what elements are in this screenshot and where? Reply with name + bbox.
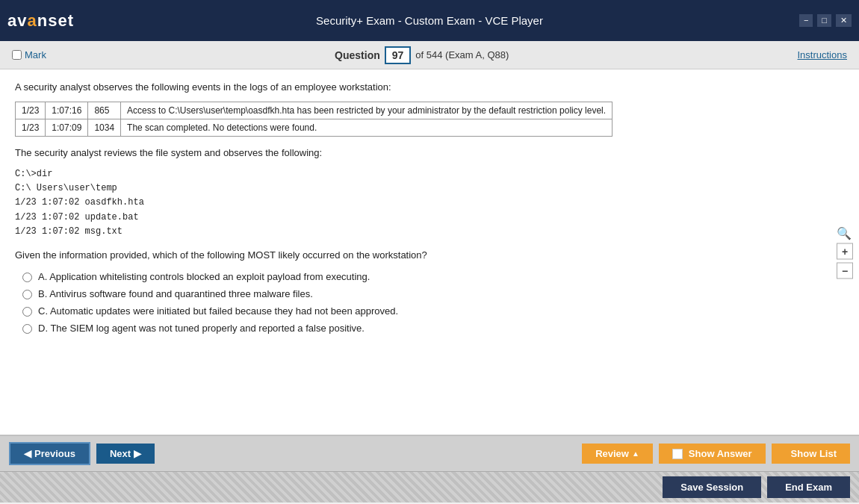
- close-button[interactable]: ✕: [836, 14, 852, 27]
- review-label: Review: [595, 448, 629, 459]
- titlebar: avanset Security+ Exam - Custom Exam - V…: [0, 0, 859, 41]
- code-line: 1/23 1:07:02 msg.txt: [15, 225, 844, 239]
- answer-radio-C[interactable]: [22, 307, 32, 317]
- log-cell-message: The scan completed. No detections were f…: [121, 119, 613, 137]
- question-info: of 544 (Exam A, Q88): [415, 49, 509, 60]
- code-line: C:\ Users\user\temp: [15, 181, 844, 196]
- answer-label: D. The SIEM log agent was not tuned prop…: [38, 323, 365, 334]
- log-cell-time: 1:07:16: [46, 102, 88, 119]
- answer-radio-A[interactable]: [22, 273, 32, 282]
- logo-text: avanset: [7, 11, 74, 31]
- mark-label: Mark: [25, 49, 46, 60]
- main-question: Given the information provided, which of…: [15, 249, 844, 261]
- log-cell-code: 865: [88, 102, 121, 119]
- answer-option: D. The SIEM log agent was not tuned prop…: [22, 323, 844, 334]
- answer-label: B. Antivirus software found and quaranti…: [38, 288, 313, 299]
- answer-option: B. Antivirus software found and quaranti…: [22, 288, 844, 299]
- sidebar-controls[interactable]: 🔍 + −: [837, 225, 853, 279]
- bottom-nav: ◀ Previous Next ▶ Review ▲ Show Answer S…: [0, 435, 859, 471]
- main-content: A security analyst observes the followin…: [0, 69, 859, 435]
- zoom-in-button[interactable]: +: [837, 243, 853, 259]
- table-row: 1/231:07:091034The scan completed. No de…: [16, 119, 613, 137]
- code-line: 1/23 1:07:02 oasdfkh.hta: [15, 196, 844, 210]
- answer-radio-D[interactable]: [22, 324, 32, 334]
- code-block: C:\>dirC:\ Users\user\temp1/23 1:07:02 o…: [15, 167, 844, 239]
- logo-highlight: a: [27, 11, 37, 30]
- question-intro: A security analyst observes the followin…: [15, 81, 844, 93]
- answer-options: A. Application whitelisting controls blo…: [15, 271, 844, 334]
- prev-arrow-icon: ◀: [24, 448, 31, 459]
- search-icon[interactable]: 🔍: [837, 225, 853, 240]
- question-number: 97: [385, 46, 412, 64]
- question-number-section: Question 97 of 544 (Exam A, Q88): [335, 46, 509, 64]
- question-label: Question: [335, 49, 380, 61]
- minimize-button[interactable]: −: [799, 14, 813, 27]
- log-cell-time: 1:07:09: [46, 119, 88, 137]
- mark-checkbox-input[interactable]: [12, 50, 22, 60]
- save-session-button[interactable]: Save Session: [663, 476, 761, 498]
- log-cell-date: 1/23: [16, 102, 46, 119]
- log-cell-date: 1/23: [16, 119, 46, 137]
- instructions-link[interactable]: Instructions: [798, 49, 847, 60]
- show-list-button[interactable]: Show List: [772, 444, 850, 464]
- bottom-bar: Save Session End Exam: [0, 471, 859, 503]
- review-arrow-icon: ▲: [632, 449, 639, 458]
- review-button[interactable]: Review ▲: [582, 444, 653, 464]
- next-arrow-icon: ▶: [134, 448, 141, 459]
- show-answer-label: Show Answer: [689, 448, 752, 459]
- answer-label: C. Automatic updates were initiated but …: [38, 305, 398, 317]
- previous-button[interactable]: ◀ Previous: [9, 442, 90, 465]
- table-row: 1/231:07:16865Access to C:\Users\user\te…: [16, 102, 613, 119]
- answer-option: C. Automatic updates were initiated but …: [22, 305, 844, 317]
- log-table: 1/231:07:16865Access to C:\Users\user\te…: [15, 102, 613, 137]
- window-title: Security+ Exam - Custom Exam - VCE Playe…: [316, 14, 543, 27]
- logo: avanset: [7, 11, 74, 31]
- next-button[interactable]: Next ▶: [96, 444, 155, 464]
- file-system-intro: The security analyst reviews the file sy…: [15, 147, 844, 158]
- instructions-section[interactable]: Instructions: [798, 49, 847, 60]
- answer-checkbox-icon: [672, 449, 683, 459]
- code-line: 1/23 1:07:02 update.bat: [15, 211, 844, 225]
- answer-radio-B[interactable]: [22, 290, 32, 299]
- answer-option: A. Application whitelisting controls blo…: [22, 271, 844, 282]
- mark-section: Mark: [12, 49, 46, 60]
- end-exam-button[interactable]: End Exam: [767, 476, 850, 498]
- show-answer-button[interactable]: Show Answer: [659, 444, 766, 464]
- code-line: C:\>dir: [15, 167, 844, 181]
- next-label: Next: [110, 448, 131, 459]
- previous-label: Previous: [34, 448, 75, 459]
- zoom-out-button[interactable]: −: [837, 262, 853, 279]
- window-controls[interactable]: − □ ✕: [799, 14, 852, 27]
- log-cell-message: Access to C:\Users\user\temp\oasdfkh.hta…: [121, 102, 613, 119]
- show-list-label: Show List: [791, 448, 837, 459]
- log-cell-code: 1034: [88, 119, 121, 137]
- mark-checkbox-label[interactable]: Mark: [12, 49, 46, 60]
- answer-label: A. Application whitelisting controls blo…: [38, 271, 370, 282]
- restore-button[interactable]: □: [817, 14, 831, 27]
- question-header: Mark Question 97 of 544 (Exam A, Q88) In…: [0, 41, 859, 69]
